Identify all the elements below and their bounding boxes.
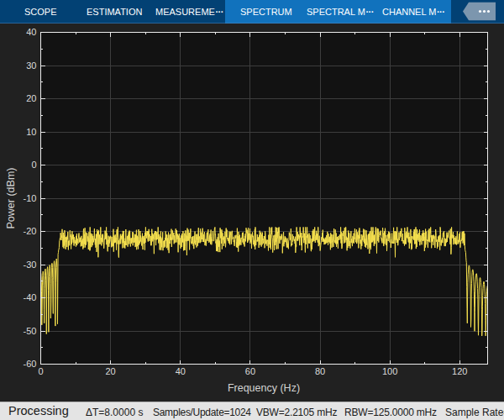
svg-text:0: 0 (38, 366, 43, 376)
svg-text:-40: -40 (24, 292, 37, 302)
svg-text:-30: -30 (24, 260, 37, 270)
svg-text:60: 60 (245, 366, 255, 376)
svg-text:-60: -60 (24, 359, 37, 369)
svg-text:-10: -10 (24, 193, 37, 203)
svg-text:120: 120 (452, 366, 467, 376)
svg-text:20: 20 (26, 93, 36, 103)
svg-text:-20: -20 (24, 226, 37, 236)
svg-text:10: 10 (26, 127, 36, 137)
svg-text:100: 100 (382, 366, 397, 376)
svg-text:Power (dBm): Power (dBm) (5, 168, 17, 229)
svg-text:Frequency (Hz): Frequency (Hz) (228, 382, 300, 394)
svg-text:40: 40 (176, 366, 186, 376)
svg-text:0: 0 (31, 160, 36, 170)
svg-text:30: 30 (26, 60, 36, 71)
svg-text:40: 40 (26, 27, 36, 37)
svg-text:20: 20 (105, 366, 115, 376)
svg-text:80: 80 (315, 366, 325, 376)
svg-text:-50: -50 (24, 326, 37, 336)
